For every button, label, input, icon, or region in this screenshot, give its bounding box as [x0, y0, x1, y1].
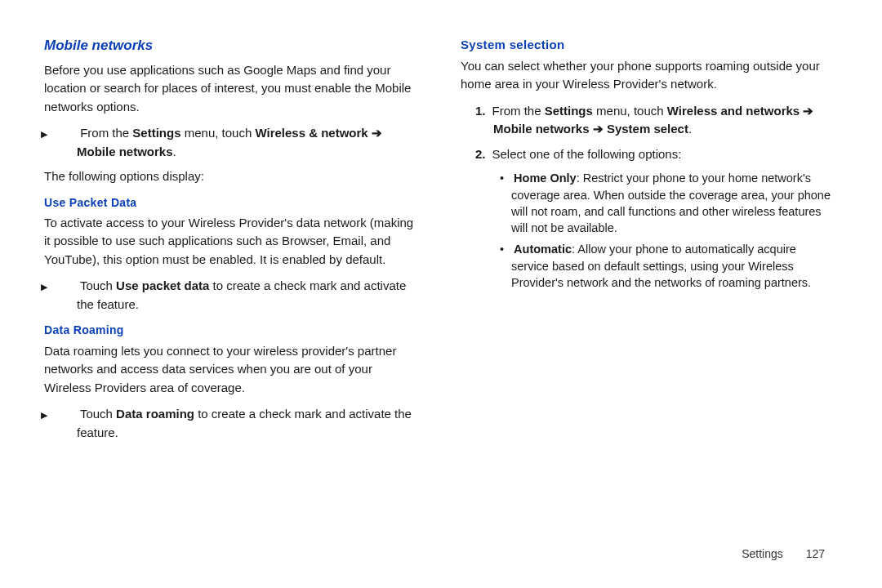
bold-wireless-and-networks: Wireless and networks	[667, 104, 800, 118]
two-column-layout: Mobile networks Before you use applicati…	[44, 36, 833, 448]
bold-system-select: System select	[607, 122, 688, 136]
text: .	[688, 122, 692, 136]
data-roaming-body: Data roaming lets you connect to your wi…	[44, 342, 416, 398]
option-home-only: Home Only: Restrict your phone to your h…	[461, 170, 833, 236]
text: From the	[492, 104, 545, 118]
step-number-1: 1.	[475, 104, 486, 118]
footer-section: Settings	[742, 547, 783, 560]
page-footer: Settings 127	[742, 547, 825, 560]
arrow-icon: ➔	[590, 122, 607, 136]
mobile-networks-intro: Before you use applications such as Goog…	[44, 61, 416, 117]
bold-mobile-networks: Mobile networks	[493, 122, 590, 136]
text: Select one of the following options:	[492, 147, 682, 161]
arrow-icon: ➔	[368, 126, 382, 140]
system-selection-intro: You can select whether your phone suppor…	[461, 57, 833, 94]
bold-automatic: Automatic	[514, 243, 572, 256]
step-1: 1.From the Settings menu, touch Wireless…	[461, 102, 833, 139]
use-packet-data-body: To activate access to your Wireless Prov…	[44, 214, 416, 270]
footer-page-number: 127	[806, 547, 825, 560]
text: menu, touch	[593, 104, 667, 118]
right-column: System selection You can select whether …	[461, 36, 833, 448]
data-roaming-step: Touch Data roaming to create a check mar…	[44, 405, 416, 442]
arrow-icon: ➔	[800, 104, 813, 118]
step-2: 2.Select one of the following options:	[461, 145, 833, 164]
option-automatic: Automatic: Allow your phone to automatic…	[461, 241, 833, 291]
heading-use-packet-data: Use Packet Data	[44, 194, 416, 211]
bold-wireless-network: Wireless & network	[255, 126, 368, 140]
bold-settings: Settings	[545, 104, 593, 118]
heading-mobile-networks: Mobile networks	[44, 36, 416, 56]
step-number-2: 2.	[475, 147, 486, 161]
bold-mobile-networks: Mobile networks	[77, 145, 173, 158]
bold-home-only: Home Only	[514, 172, 577, 185]
text: menu, touch	[181, 126, 256, 140]
bold-data-roaming: Data roaming	[116, 407, 194, 421]
text: .	[173, 145, 176, 158]
use-packet-data-step: Touch Use packet data to create a check …	[44, 277, 416, 314]
text: Touch	[80, 407, 116, 421]
text: Touch	[80, 278, 116, 292]
bold-settings: Settings	[132, 126, 180, 140]
heading-data-roaming: Data Roaming	[44, 322, 416, 338]
text: From the	[80, 126, 132, 140]
left-column: Mobile networks Before you use applicati…	[44, 36, 416, 448]
options-display-text: The following options display:	[44, 167, 416, 186]
heading-system-selection: System selection	[461, 36, 833, 54]
bold-use-packet-data: Use packet data	[116, 278, 209, 292]
mobile-networks-step: From the Settings menu, touch Wireless &…	[44, 124, 416, 161]
